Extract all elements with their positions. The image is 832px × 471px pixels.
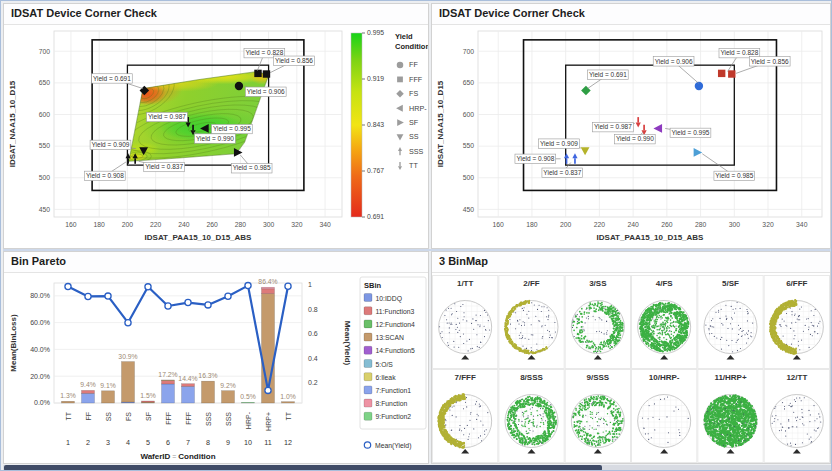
wafer-2/FF[interactable]: 2/FF — [499, 276, 564, 369]
bin-pareto-chart[interactable]: 1.3%9.4%9.1%30.9%1.5%17.2%14.4%16.3%9.2%… — [4, 273, 428, 464]
svg-text:Yield = 0.995: Yield = 0.995 — [213, 125, 251, 132]
condition-tick: FS — [125, 412, 132, 421]
horizontal-scrollbar-thumb[interactable] — [4, 465, 602, 471]
bar-wafer-4[interactable] — [122, 362, 135, 403]
svg-text:10:IDDQ: 10:IDDQ — [376, 295, 402, 303]
bar-wafer-10[interactable] — [242, 402, 255, 403]
svg-text:300: 300 — [729, 221, 741, 228]
mean-yield-point-1[interactable] — [65, 283, 71, 289]
wafer-3/SS[interactable]: 3/SS — [565, 276, 630, 369]
point-FFF[interactable] — [718, 70, 725, 77]
mean-yield-point-3[interactable] — [105, 293, 111, 299]
bar-wafer-8[interactable] — [202, 381, 215, 403]
marker-arrow-down[interactable] — [398, 162, 402, 170]
svg-text:80.0%: 80.0% — [30, 292, 50, 299]
bar-wafer-1[interactable] — [62, 401, 75, 403]
marker-square[interactable] — [397, 77, 403, 83]
svg-text:Yield = 0.906: Yield = 0.906 — [655, 58, 693, 65]
wafer-tick: 11 — [264, 438, 271, 447]
mean-yield-point-10[interactable] — [245, 283, 251, 289]
mean-yield-point-11[interactable] — [265, 387, 271, 393]
svg-text:700: 700 — [463, 48, 475, 55]
mean-yield-point-6[interactable] — [165, 303, 171, 309]
wafer-4/FS[interactable]: 4/FS — [632, 276, 697, 369]
corner-contour-chart[interactable]: 1601802002202402602803003203404505005506… — [4, 25, 428, 249]
svg-text:Yield = 0.837: Yield = 0.837 — [543, 169, 581, 176]
wafer-8/SSS[interactable]: 8/SSS — [499, 370, 564, 463]
condition-tick: TT — [285, 411, 292, 420]
bar-label: 1.0% — [280, 393, 296, 400]
point-FFF[interactable] — [263, 70, 270, 77]
svg-text:11:Function3: 11:Function3 — [376, 308, 415, 315]
y-axis-label: IDSAT_NAA15_10_D15 — [436, 80, 445, 167]
bar-wafer-9[interactable] — [222, 391, 235, 403]
mean-yield-point-12[interactable] — [285, 283, 291, 289]
svg-text:FF: FF — [409, 60, 418, 69]
bar-wafer-5[interactable] — [142, 401, 155, 403]
svg-text:Yield = 0.908: Yield = 0.908 — [516, 155, 554, 162]
svg-text:Condition: Condition — [395, 42, 428, 51]
bar-wafer-3[interactable] — [102, 391, 115, 403]
svg-text:SSS: SSS — [409, 147, 424, 156]
wafer-notch-icon — [793, 355, 801, 360]
panel-bin-pareto: Bin Pareto 1.3%9.4%9.1%30.9%1.5%17.2%14.… — [3, 251, 429, 464]
marker-diamond[interactable] — [396, 90, 403, 97]
marker-tri-left[interactable] — [396, 105, 403, 112]
point-FF[interactable] — [235, 82, 243, 90]
wafer-notch-icon — [793, 449, 801, 454]
mean-yield-point-2[interactable] — [85, 293, 91, 299]
bar-wafer-12[interactable] — [282, 402, 295, 403]
svg-text:220: 220 — [150, 221, 162, 228]
binmap-grid[interactable]: 1/TT2/FF3/SS4/FS5/SF6/FFF7/FFF8/SSS9/SSS… — [432, 273, 830, 464]
svg-text:12:Function4: 12:Function4 — [376, 321, 416, 328]
marker-circle[interactable] — [397, 62, 404, 69]
marker-tri-right[interactable] — [397, 119, 404, 126]
marker-arrow-up[interactable] — [398, 147, 402, 155]
condition-tick: HRP+ — [265, 412, 272, 431]
wafer-6/FFF[interactable]: 6/FFF — [764, 276, 829, 369]
svg-text:0.995: 0.995 — [367, 29, 384, 36]
wafer-tick: 2 — [86, 438, 90, 447]
wafer-notch-icon — [528, 355, 536, 360]
wafer-1/TT[interactable]: 1/TT — [433, 276, 498, 369]
corner-scatter-chart[interactable]: 1601802002202402602803003203404505005506… — [432, 25, 830, 249]
dashboard: IDSAT Device Corner Check 16018020022024… — [0, 0, 832, 471]
wafer-label: 2/FF — [523, 279, 540, 288]
wafer-11/HRP+[interactable]: 11/HRP+ — [698, 370, 763, 463]
wafer-label: 4/FS — [656, 279, 674, 288]
mean-yield-point-7[interactable] — [185, 299, 191, 305]
point-FFF[interactable] — [728, 70, 735, 77]
bar-wafer-6[interactable] — [162, 380, 175, 403]
wafer-9/SSS[interactable]: 9/SSS — [565, 370, 630, 463]
mean-yield-point-4[interactable] — [125, 320, 131, 326]
condition-tick: SS — [105, 412, 112, 422]
wafer-notch-icon — [727, 355, 735, 360]
svg-text:0.4: 0.4 — [308, 355, 318, 362]
panel-title-bin-pareto: Bin Pareto — [4, 252, 428, 273]
condition-legend: YieldConditionFFFFFFSHRP-SFSSSSSTT — [395, 32, 428, 170]
bar-label: 0.5% — [240, 393, 256, 400]
svg-text:FS: FS — [409, 89, 418, 98]
bar-wafer-7[interactable] — [182, 384, 195, 403]
condition-tick: TT — [65, 411, 72, 420]
bar-wafer-2[interactable] — [82, 390, 95, 403]
panel-binmap: 3 BinMap 1/TT2/FF3/SS4/FS5/SF6/FFF7/FFF8… — [431, 251, 831, 464]
point-FFF[interactable] — [254, 70, 261, 77]
svg-text:Yield = 0.837: Yield = 0.837 — [145, 163, 183, 170]
wafer-7/FFF[interactable]: 7/FFF — [433, 370, 498, 463]
condition-tick: HRP- — [245, 411, 252, 429]
svg-text:20.0%: 20.0% — [30, 373, 50, 380]
y-axis-label: IDSAT_NAA15_10_D15 — [8, 80, 17, 167]
wafer-label: 1/TT — [457, 279, 474, 288]
mean-yield-point-5[interactable] — [145, 284, 151, 290]
wafer-10/HRP-[interactable]: 10/HRP- — [632, 370, 697, 463]
wafer-5/SF[interactable]: 5/SF — [698, 276, 763, 369]
mean-yield-point-9[interactable] — [225, 293, 231, 299]
svg-text:60.0%: 60.0% — [30, 319, 50, 326]
wafer-label: 10/HRP- — [649, 373, 680, 382]
wafer-12/TT[interactable]: 12/TT — [764, 370, 829, 463]
bar-label: 30.9% — [118, 353, 137, 360]
marker-tri-down[interactable] — [397, 134, 404, 140]
mean-yield-point-8[interactable] — [205, 302, 211, 308]
svg-text:200: 200 — [560, 221, 572, 228]
